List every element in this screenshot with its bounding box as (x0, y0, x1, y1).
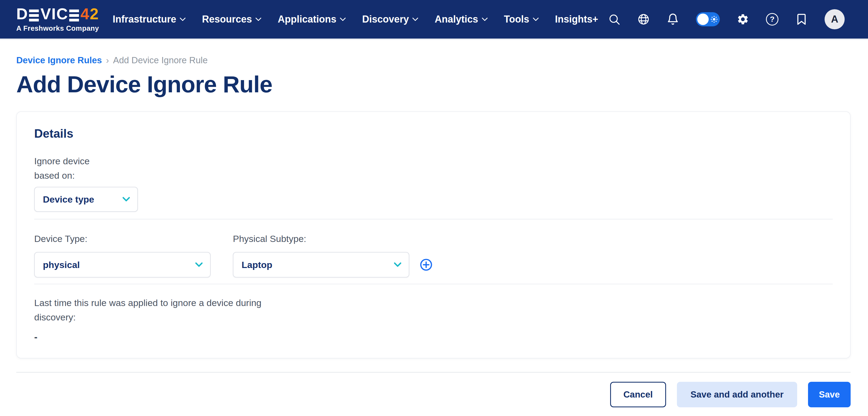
chevron-down-icon (180, 18, 186, 21)
avatar-initial: A (831, 13, 838, 25)
action-bar: Cancel Save and add another Save (16, 382, 850, 407)
breadcrumb-separator: › (106, 55, 109, 65)
breadcrumb-parent-link[interactable]: Device Ignore Rules (16, 55, 102, 65)
chevron-down-icon (482, 18, 488, 21)
bookmark-icon[interactable] (795, 13, 808, 26)
logo-digit-4: 4 (81, 6, 90, 22)
nav-item-label: Infrastructure (113, 13, 176, 25)
add-subtype-wrap (420, 252, 433, 277)
divider (34, 284, 833, 284)
divider (34, 219, 833, 219)
details-card: Details Ignore device based on: Device t… (16, 111, 850, 358)
device-type-label: Device Type: (34, 232, 211, 246)
ignore-based-on-label: Ignore device based on: (34, 154, 103, 182)
chevron-down-icon (122, 197, 130, 202)
physical-subtype-select[interactable]: Laptop (233, 252, 409, 277)
nav-item-resources[interactable]: Resources (202, 13, 261, 25)
save-button[interactable]: Save (808, 382, 850, 407)
avatar[interactable]: A (825, 9, 845, 29)
logo-digit-2: 2 (90, 6, 99, 22)
logo-letter-d: D (16, 6, 28, 22)
nav-item-label: Resources (202, 13, 252, 25)
nav-item-analytics[interactable]: Analytics (435, 13, 488, 25)
top-nav: D VIC 4 2 A Freshworks Company Infrastru… (0, 0, 868, 40)
nav-item-infrastructure[interactable]: Infrastructure (113, 13, 186, 25)
add-subtype-button[interactable] (420, 258, 433, 271)
physical-subtype-field: Physical Subtype: Laptop (233, 232, 409, 277)
device-type-field: Device Type: physical (34, 232, 211, 277)
save-and-add-another-button[interactable]: Save and add another (677, 382, 797, 407)
device-type-select[interactable]: physical (34, 252, 211, 277)
last-applied-value: - (34, 331, 833, 343)
theme-toggle[interactable] (696, 12, 720, 26)
globe-icon[interactable] (637, 13, 650, 26)
device42-wordmark: D VIC 4 2 (16, 6, 99, 22)
logo-e-bars-icon (69, 9, 79, 22)
bell-icon[interactable] (666, 13, 679, 26)
nav-item-insights-plus[interactable]: Insights+ (555, 13, 598, 25)
chevron-down-icon (412, 18, 418, 21)
cancel-button[interactable]: Cancel (610, 382, 666, 407)
physical-subtype-label: Physical Subtype: (233, 232, 409, 246)
plus-circle-icon (420, 258, 433, 271)
physical-subtype-value: Laptop (242, 260, 272, 270)
device42-logo[interactable]: D VIC 4 2 A Freshworks Company (16, 6, 99, 33)
nav-item-label: Analytics (435, 13, 478, 25)
logo-letters-vic: VIC (40, 6, 68, 22)
breadcrumb-current: Add Device Ignore Rule (113, 55, 208, 65)
toggle-knob (697, 13, 709, 25)
details-heading: Details (34, 127, 833, 140)
chevron-down-icon (255, 18, 261, 21)
nav-item-tools[interactable]: Tools (504, 13, 539, 25)
nav-item-label: Applications (278, 13, 336, 25)
nav-item-applications[interactable]: Applications (278, 13, 346, 25)
nav-item-discovery[interactable]: Discovery (362, 13, 418, 25)
chevron-down-icon (533, 18, 539, 21)
help-icon[interactable]: ? (766, 13, 778, 26)
page-title: Add Device Ignore Rule (16, 71, 850, 98)
chevron-down-icon (195, 262, 203, 267)
device-type-value: physical (43, 260, 80, 270)
nav-item-label: Discovery (362, 13, 409, 25)
type-subtype-row: Device Type: physical Physical Subtype: … (34, 232, 833, 277)
last-applied-label: Last time this rule was applied to ignor… (34, 296, 265, 324)
help-glyph: ? (770, 15, 774, 24)
gear-icon[interactable] (737, 13, 749, 26)
logo-tagline: A Freshworks Company (16, 24, 99, 33)
main-menu: Infrastructure Resources Applications Di… (113, 13, 598, 25)
search-icon[interactable] (608, 13, 620, 26)
nav-utilities: ? A (608, 9, 845, 29)
nav-item-label: Tools (504, 13, 529, 25)
breadcrumb: Device Ignore Rules › Add Device Ignore … (16, 55, 850, 65)
nav-item-label: Insights+ (555, 13, 598, 25)
logo-e-bars-icon (29, 9, 39, 22)
chevron-down-icon (394, 262, 402, 267)
footer-divider (16, 372, 850, 373)
ignore-based-on-value: Device type (43, 194, 94, 205)
chevron-down-icon (340, 18, 346, 21)
sun-icon (710, 15, 718, 24)
content: Device Ignore Rules › Add Device Ignore … (0, 55, 868, 407)
ignore-based-on-select[interactable]: Device type (34, 187, 138, 212)
